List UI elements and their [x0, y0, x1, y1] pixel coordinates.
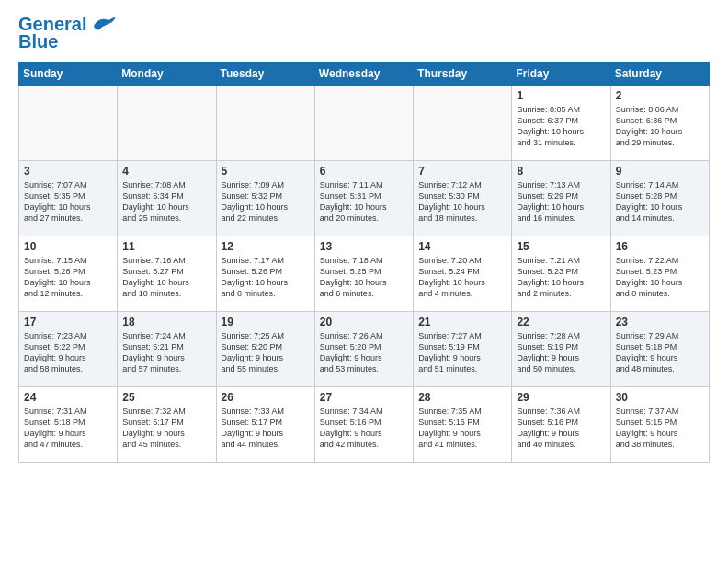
day-number: 25 [122, 391, 210, 404]
day-number: 16 [616, 240, 704, 253]
day-number: 13 [320, 240, 408, 253]
weekday-header-wednesday: Wednesday [314, 63, 413, 86]
day-number: 19 [222, 316, 310, 328]
calendar-cell [19, 86, 118, 161]
calendar-table: SundayMondayTuesdayWednesdayThursdayFrid… [18, 62, 710, 463]
day-number: 7 [418, 165, 506, 178]
day-info: Sunrise: 7:32 AMSunset: 5:17 PMDaylight:… [122, 406, 210, 451]
calendar-cell: 10Sunrise: 7:15 AMSunset: 5:28 PMDayligh… [19, 236, 118, 312]
calendar-cell: 12Sunrise: 7:17 AMSunset: 5:26 PMDayligh… [216, 236, 314, 312]
calendar-cell: 5Sunrise: 7:09 AMSunset: 5:32 PMDaylight… [216, 161, 314, 236]
day-info: Sunrise: 7:31 AMSunset: 5:18 PMDaylight:… [24, 406, 112, 451]
day-number: 18 [122, 316, 210, 328]
calendar-cell: 15Sunrise: 7:21 AMSunset: 5:23 PMDayligh… [512, 236, 610, 312]
day-info: Sunrise: 7:12 AMSunset: 5:30 PMDaylight:… [418, 179, 506, 224]
day-info: Sunrise: 7:07 AMSunset: 5:35 PMDaylight:… [24, 179, 112, 224]
day-number: 24 [24, 391, 112, 404]
day-info: Sunrise: 7:29 AMSunset: 5:18 PMDaylight:… [616, 330, 704, 375]
weekday-header-saturday: Saturday [610, 63, 709, 86]
day-number: 2 [616, 89, 704, 102]
day-info: Sunrise: 7:13 AMSunset: 5:29 PMDaylight:… [517, 179, 605, 224]
day-info: Sunrise: 7:15 AMSunset: 5:28 PMDaylight:… [24, 255, 112, 300]
day-number: 15 [517, 240, 605, 253]
calendar-cell [216, 86, 314, 161]
calendar-cell: 26Sunrise: 7:33 AMSunset: 5:17 PMDayligh… [216, 387, 314, 463]
day-info: Sunrise: 7:17 AMSunset: 5:26 PMDaylight:… [222, 255, 310, 300]
calendar-week-2: 3Sunrise: 7:07 AMSunset: 5:35 PMDaylight… [19, 161, 710, 236]
calendar-cell: 18Sunrise: 7:24 AMSunset: 5:21 PMDayligh… [118, 312, 216, 387]
day-info: Sunrise: 7:37 AMSunset: 5:15 PMDaylight:… [616, 406, 704, 451]
day-number: 28 [418, 391, 506, 404]
calendar-cell: 17Sunrise: 7:23 AMSunset: 5:22 PMDayligh… [19, 312, 118, 387]
day-info: Sunrise: 7:35 AMSunset: 5:16 PMDaylight:… [418, 406, 506, 451]
calendar-cell: 24Sunrise: 7:31 AMSunset: 5:18 PMDayligh… [19, 387, 118, 463]
day-number: 3 [24, 165, 112, 178]
day-info: Sunrise: 7:21 AMSunset: 5:23 PMDaylight:… [517, 255, 605, 300]
day-info: Sunrise: 7:16 AMSunset: 5:27 PMDaylight:… [122, 255, 210, 300]
calendar-cell: 28Sunrise: 7:35 AMSunset: 5:16 PMDayligh… [414, 387, 512, 463]
day-number: 6 [320, 165, 408, 178]
calendar-cell: 14Sunrise: 7:20 AMSunset: 5:24 PMDayligh… [414, 236, 512, 312]
logo-blue-text: Blue [18, 31, 58, 52]
calendar-cell: 19Sunrise: 7:25 AMSunset: 5:20 PMDayligh… [216, 312, 314, 387]
calendar-cell: 3Sunrise: 7:07 AMSunset: 5:35 PMDaylight… [19, 161, 118, 236]
calendar-week-5: 24Sunrise: 7:31 AMSunset: 5:18 PMDayligh… [19, 387, 710, 463]
day-info: Sunrise: 8:06 AMSunset: 6:36 PMDaylight:… [616, 104, 704, 149]
day-number: 1 [517, 89, 605, 102]
day-info: Sunrise: 7:24 AMSunset: 5:21 PMDaylight:… [122, 330, 210, 375]
logo-text: General [18, 15, 86, 33]
weekday-header-monday: Monday [118, 63, 216, 86]
header: General Blue [18, 15, 710, 52]
calendar-cell [414, 86, 512, 161]
day-number: 29 [517, 391, 605, 404]
day-info: Sunrise: 7:22 AMSunset: 5:23 PMDaylight:… [616, 255, 704, 300]
day-number: 10 [24, 240, 112, 253]
calendar-cell: 8Sunrise: 7:13 AMSunset: 5:29 PMDaylight… [512, 161, 610, 236]
calendar-header-row: SundayMondayTuesdayWednesdayThursdayFrid… [19, 63, 710, 86]
day-info: Sunrise: 7:25 AMSunset: 5:20 PMDaylight:… [222, 330, 310, 375]
weekday-header-tuesday: Tuesday [216, 63, 314, 86]
weekday-header-thursday: Thursday [414, 63, 512, 86]
day-info: Sunrise: 7:09 AMSunset: 5:32 PMDaylight:… [222, 179, 310, 224]
day-number: 12 [222, 240, 310, 253]
calendar-cell: 27Sunrise: 7:34 AMSunset: 5:16 PMDayligh… [314, 387, 413, 463]
day-info: Sunrise: 7:26 AMSunset: 5:20 PMDaylight:… [320, 330, 408, 375]
calendar-cell: 13Sunrise: 7:18 AMSunset: 5:25 PMDayligh… [314, 236, 413, 312]
day-info: Sunrise: 7:11 AMSunset: 5:31 PMDaylight:… [320, 179, 408, 224]
day-number: 9 [616, 165, 704, 178]
day-info: Sunrise: 7:28 AMSunset: 5:19 PMDaylight:… [517, 330, 605, 375]
day-number: 27 [320, 391, 408, 404]
calendar-cell: 6Sunrise: 7:11 AMSunset: 5:31 PMDaylight… [314, 161, 413, 236]
day-number: 17 [24, 316, 112, 328]
logo: General Blue [18, 15, 116, 52]
day-info: Sunrise: 7:34 AMSunset: 5:16 PMDaylight:… [320, 406, 408, 451]
day-number: 23 [616, 316, 704, 328]
logo-bird-icon [90, 15, 116, 33]
calendar-week-3: 10Sunrise: 7:15 AMSunset: 5:28 PMDayligh… [19, 236, 710, 312]
calendar-cell: 16Sunrise: 7:22 AMSunset: 5:23 PMDayligh… [610, 236, 709, 312]
day-number: 11 [122, 240, 210, 253]
page: General Blue SundayMondayTuesdayWednesda… [0, 0, 728, 472]
calendar-week-1: 1Sunrise: 8:05 AMSunset: 6:37 PMDaylight… [19, 86, 710, 161]
day-number: 22 [517, 316, 605, 328]
calendar-cell: 1Sunrise: 8:05 AMSunset: 6:37 PMDaylight… [512, 86, 610, 161]
calendar-cell: 7Sunrise: 7:12 AMSunset: 5:30 PMDaylight… [414, 161, 512, 236]
day-number: 8 [517, 165, 605, 178]
day-info: Sunrise: 7:33 AMSunset: 5:17 PMDaylight:… [222, 406, 310, 451]
calendar-cell: 4Sunrise: 7:08 AMSunset: 5:34 PMDaylight… [118, 161, 216, 236]
day-info: Sunrise: 7:23 AMSunset: 5:22 PMDaylight:… [24, 330, 112, 375]
calendar-week-4: 17Sunrise: 7:23 AMSunset: 5:22 PMDayligh… [19, 312, 710, 387]
calendar-cell: 25Sunrise: 7:32 AMSunset: 5:17 PMDayligh… [118, 387, 216, 463]
day-number: 4 [122, 165, 210, 178]
day-number: 26 [222, 391, 310, 404]
calendar-cell: 2Sunrise: 8:06 AMSunset: 6:36 PMDaylight… [610, 86, 709, 161]
calendar-cell [118, 86, 216, 161]
day-number: 30 [616, 391, 704, 404]
day-number: 5 [222, 165, 310, 178]
weekday-header-friday: Friday [512, 63, 610, 86]
day-info: Sunrise: 7:14 AMSunset: 5:28 PMDaylight:… [616, 179, 704, 224]
calendar-cell: 11Sunrise: 7:16 AMSunset: 5:27 PMDayligh… [118, 236, 216, 312]
calendar-cell: 29Sunrise: 7:36 AMSunset: 5:16 PMDayligh… [512, 387, 610, 463]
day-info: Sunrise: 8:05 AMSunset: 6:37 PMDaylight:… [517, 104, 605, 149]
day-number: 21 [418, 316, 506, 328]
